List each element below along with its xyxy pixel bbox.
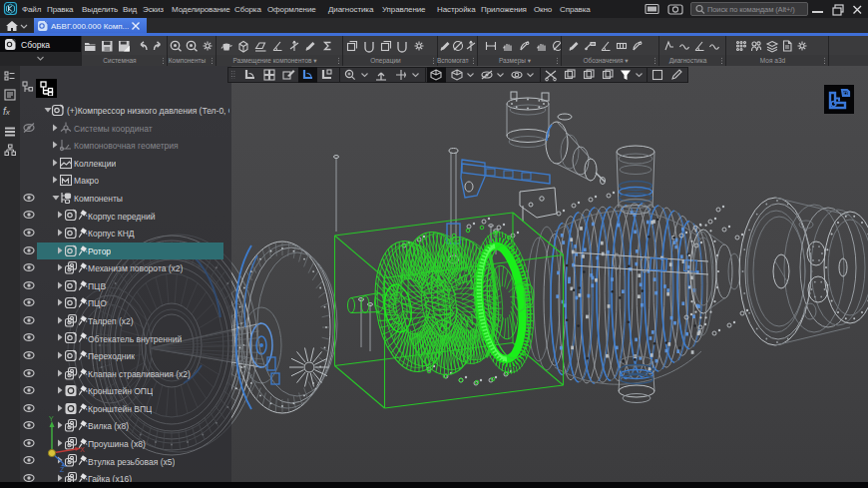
- svg-text:Y: Y: [49, 415, 54, 422]
- svg-text:X: X: [80, 446, 85, 453]
- svg-text:Z: Z: [60, 466, 65, 473]
